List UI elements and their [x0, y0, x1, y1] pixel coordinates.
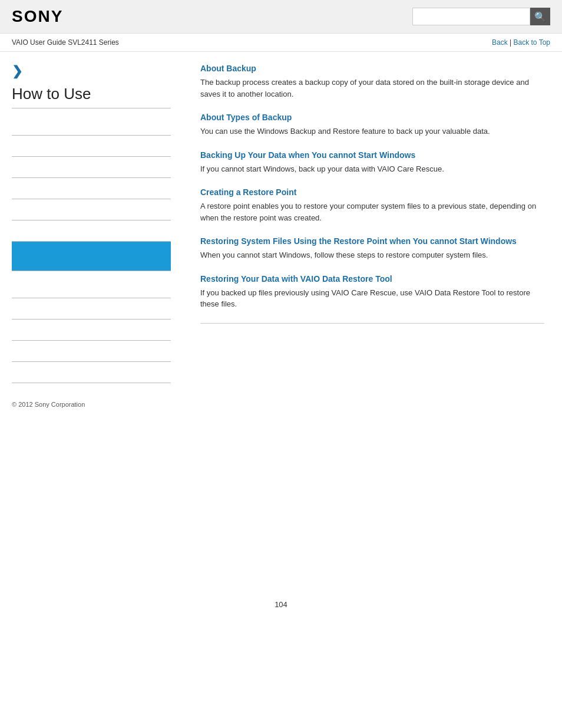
back-to-top-link[interactable]: Back to Top — [514, 38, 550, 47]
sidebar-nav-item[interactable] — [12, 199, 171, 220]
search-button[interactable]: 🔍 — [530, 8, 550, 25]
section-restoring-system: Restoring System Files Using the Restore… — [200, 236, 544, 261]
section-restoring-data: Restoring Your Data with VAIO Data Resto… — [200, 274, 544, 310]
content-divider — [200, 323, 544, 324]
sidebar-nav-top — [12, 114, 171, 242]
section-text-about-backup: The backup process creates a backup copy… — [200, 77, 544, 100]
section-restore-point: Creating a Restore Point A restore point… — [200, 187, 544, 223]
header: SONY 🔍 — [0, 0, 562, 34]
section-title-backing-up[interactable]: Backing Up Your Data when You cannot Sta… — [200, 150, 544, 160]
sidebar-chevron: ❯ — [12, 64, 171, 79]
sidebar-nav-item[interactable] — [12, 136, 171, 157]
search-area: 🔍 — [412, 8, 550, 25]
section-text-restore-point: A restore point enables you to restore y… — [200, 200, 544, 223]
guide-label: VAIO User Guide SVL2411 Series — [12, 38, 119, 47]
section-title-about-types[interactable]: About Types of Backup — [200, 113, 544, 122]
section-title-restoring-system[interactable]: Restoring System Files Using the Restore… — [200, 236, 544, 246]
content-area: About Backup The backup process creates … — [183, 52, 562, 582]
sidebar-nav-bottom — [12, 277, 171, 383]
copyright: © 2012 Sony Corporation — [12, 401, 171, 408]
sidebar-nav-item[interactable] — [12, 319, 171, 341]
search-input[interactable] — [412, 8, 530, 25]
sidebar-title: How to Use — [12, 85, 171, 108]
sidebar-nav-item[interactable] — [12, 298, 171, 319]
section-backing-up: Backing Up Your Data when You cannot Sta… — [200, 150, 544, 175]
page-number: 104 — [0, 600, 562, 609]
section-text-backing-up: If you cannot start Windows, back up you… — [200, 163, 544, 175]
back-link[interactable]: Back — [492, 38, 508, 47]
sidebar-nav-item[interactable] — [12, 114, 171, 136]
sidebar-nav-item[interactable] — [12, 362, 171, 383]
section-text-restoring-data: If you backed up files previously using … — [200, 287, 544, 310]
main-layout: ❯ How to Use © 2012 Sony Corporation Abo… — [0, 52, 562, 582]
sidebar-nav-item[interactable] — [12, 178, 171, 199]
sidebar-nav-item[interactable] — [12, 341, 171, 362]
section-about-types: About Types of Backup You can use the Wi… — [200, 113, 544, 137]
section-text-about-types: You can use the Windows Backup and Resto… — [200, 126, 544, 137]
sidebar-nav-item-highlighted[interactable] — [12, 242, 171, 271]
nav-bar: VAIO User Guide SVL2411 Series Back | Ba… — [0, 34, 562, 52]
sidebar: ❯ How to Use © 2012 Sony Corporation — [0, 52, 183, 582]
sony-logo: SONY — [12, 7, 63, 26]
sidebar-nav-item[interactable] — [12, 277, 171, 298]
section-about-backup: About Backup The backup process creates … — [200, 64, 544, 100]
section-title-restoring-data[interactable]: Restoring Your Data with VAIO Data Resto… — [200, 274, 544, 284]
search-icon: 🔍 — [534, 11, 546, 22]
section-title-restore-point[interactable]: Creating a Restore Point — [200, 187, 544, 197]
nav-right: Back | Back to Top — [492, 38, 550, 47]
sidebar-nav-item[interactable] — [12, 220, 171, 242]
section-title-about-backup[interactable]: About Backup — [200, 64, 544, 73]
section-text-restoring-system: When you cannot start Windows, follow th… — [200, 249, 544, 261]
nav-separator: | — [510, 38, 511, 47]
sidebar-nav-item[interactable] — [12, 157, 171, 178]
